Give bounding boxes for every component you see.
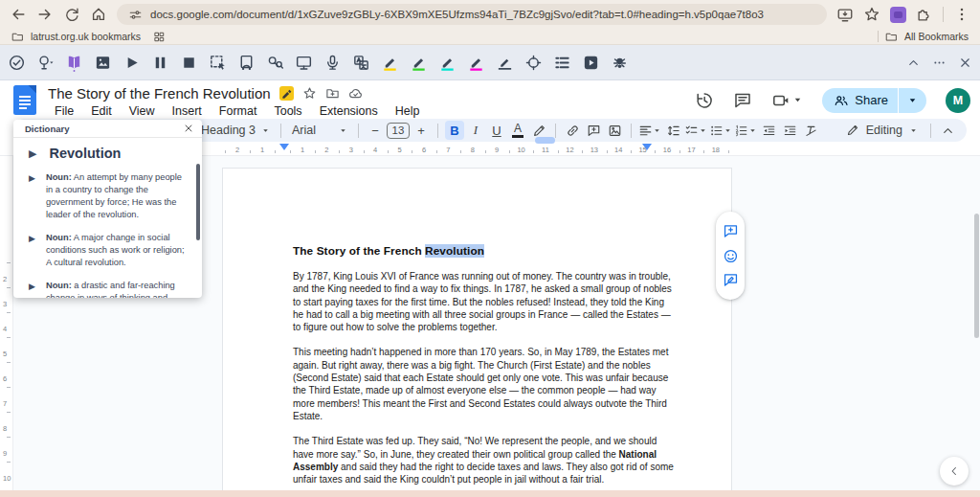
screenshot-reader-icon[interactable] [209, 54, 227, 72]
decrease-indent-button[interactable] [759, 121, 778, 140]
menu-view[interactable]: View [122, 104, 162, 118]
collect-highlights-icon[interactable] [524, 54, 543, 72]
hide-side-panel-button[interactable] [940, 457, 969, 486]
decrease-font-size-button[interactable]: − [366, 121, 385, 140]
readwrite-extension-icon[interactable] [890, 7, 906, 23]
site-settings-icon[interactable] [128, 8, 143, 22]
menu-file[interactable]: File [48, 104, 80, 118]
menu-format[interactable]: Format [212, 104, 264, 118]
speak-word-icon[interactable] [29, 147, 36, 160]
font-family-selector[interactable]: Arial [288, 124, 351, 137]
document-paragraph: The Third Estate was fed up. They said, … [293, 435, 676, 486]
vocabulary-list-icon[interactable] [553, 54, 571, 72]
font-size-input[interactable]: 13 [387, 123, 410, 139]
forward-icon[interactable] [36, 6, 54, 23]
reload-icon[interactable] [63, 6, 80, 23]
emoji-reaction-button[interactable] [723, 248, 739, 264]
video-note-icon[interactable] [582, 54, 600, 72]
numbered-list-button[interactable] [734, 121, 757, 140]
paragraph-text: This meeting hadn’t happened in more tha… [293, 347, 668, 420]
audio-maker-icon[interactable] [237, 54, 256, 72]
dictionary-definition: Noun: a drastic and far-reaching change … [29, 280, 189, 298]
dictionary-scrollbar-thumb[interactable] [196, 164, 200, 240]
docs-logo-icon[interactable] [13, 85, 36, 115]
menu-extensions[interactable]: Extensions [313, 104, 385, 118]
highlighter-yellow-icon[interactable] [381, 54, 399, 72]
prediction-icon[interactable] [36, 54, 55, 72]
all-bookmarks-label[interactable]: All Bookmarks [904, 31, 969, 42]
share-caret-icon[interactable] [899, 95, 926, 106]
increase-font-size-button[interactable]: + [412, 121, 431, 140]
insert-image-button[interactable] [605, 121, 624, 140]
clear-formatting-button[interactable] [801, 121, 820, 140]
talk-and-type-icon[interactable] [323, 54, 342, 72]
menu-tools[interactable]: Tools [267, 104, 308, 118]
collapse-toolbar-icon[interactable] [906, 56, 921, 70]
checklist-button[interactable] [684, 121, 707, 140]
comments-icon[interactable] [733, 91, 752, 110]
paragraph-style-selector[interactable]: Heading 3 [197, 124, 274, 137]
editing-mode-button[interactable]: Editing [840, 124, 924, 137]
bulleted-list-button[interactable] [709, 121, 732, 140]
pause-icon[interactable] [151, 54, 169, 72]
heading-text: The Story of the French [293, 244, 425, 258]
screen-mask-icon[interactable] [295, 54, 313, 72]
highlighter-cyan-icon[interactable] [438, 54, 457, 72]
underline-button[interactable]: U [487, 121, 506, 140]
dictionary-icon[interactable] [65, 54, 83, 72]
play-icon[interactable] [122, 54, 141, 72]
share-button[interactable]: Share [822, 88, 926, 113]
left-indent-marker[interactable] [279, 144, 289, 150]
bookmark-star-icon[interactable] [863, 6, 880, 23]
address-bar[interactable]: docs.google.com/document/d/1xGZuve9zGBLy… [117, 4, 827, 25]
stop-icon[interactable] [180, 54, 198, 72]
bookmarks-folder-label[interactable]: latrust.org.uk bookmarks [31, 31, 141, 42]
move-to-folder-icon[interactable] [325, 86, 340, 101]
italic-button[interactable]: I [466, 121, 485, 140]
align-button[interactable] [638, 121, 661, 140]
toolbar-more-icon[interactable] [932, 56, 947, 70]
document-page[interactable]: The Story of the French Revolution By 17… [222, 168, 732, 497]
document-status-cloud-icon[interactable] [348, 86, 363, 101]
speak-definition-icon[interactable] [29, 234, 35, 269]
insert-link-button[interactable] [563, 121, 582, 140]
suggest-edits-button[interactable] [723, 272, 739, 288]
document-title[interactable]: The Story of the French Revolution [48, 85, 271, 102]
document-scrollbar-thumb[interactable] [974, 214, 979, 338]
ruler-tab-stop[interactable] [535, 137, 555, 144]
send-to-device-icon[interactable] [836, 6, 854, 23]
hide-menus-button[interactable] [938, 121, 957, 140]
picture-dictionary-icon[interactable] [94, 54, 112, 72]
practice-icon[interactable] [611, 54, 629, 72]
add-comment-side-button[interactable] [723, 223, 739, 239]
dictionary-header[interactable]: Dictionary [13, 120, 202, 138]
line-spacing-button[interactable] [663, 121, 682, 140]
speak-definition-icon[interactable] [29, 173, 35, 221]
home-icon[interactable] [90, 6, 107, 23]
account-avatar[interactable]: M [946, 88, 970, 113]
bold-button[interactable]: B [445, 121, 464, 140]
clear-highlights-icon[interactable] [496, 54, 514, 72]
web-search-icon[interactable] [266, 54, 284, 72]
star-document-icon[interactable] [302, 86, 317, 101]
browser-menu-icon[interactable] [953, 6, 970, 23]
version-history-icon[interactable] [695, 91, 714, 110]
marker-extension-badge-icon[interactable] [279, 86, 294, 101]
extensions-puzzle-icon[interactable] [916, 6, 933, 23]
highlighter-pink-icon[interactable] [467, 54, 485, 72]
translator-icon[interactable] [352, 54, 370, 72]
add-comment-button[interactable] [584, 121, 603, 140]
increase-indent-button[interactable] [780, 121, 799, 140]
speak-definition-icon[interactable] [29, 282, 35, 298]
toolbar-close-icon[interactable] [958, 56, 972, 70]
meet-button[interactable] [771, 91, 803, 110]
highlighter-green-icon[interactable] [410, 54, 428, 72]
menu-insert[interactable]: Insert [166, 104, 209, 118]
text-color-button[interactable]: A [508, 121, 527, 140]
menu-edit[interactable]: Edit [84, 104, 119, 118]
menu-help[interactable]: Help [389, 104, 427, 118]
check-circle-icon[interactable] [8, 54, 26, 72]
apps-grid-icon[interactable] [153, 31, 166, 43]
back-icon[interactable] [10, 6, 27, 23]
dictionary-close-icon[interactable] [183, 123, 194, 134]
